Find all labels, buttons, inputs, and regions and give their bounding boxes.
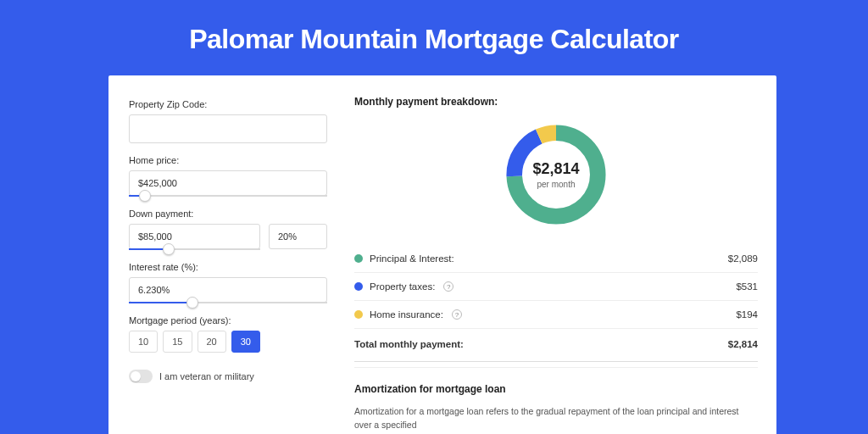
legend-row: Home insurance:?$194 xyxy=(354,301,758,329)
legend-total-label: Total monthly payment: xyxy=(354,339,464,349)
legend: Principal & Interest:$2,089Property taxe… xyxy=(354,245,758,362)
home-price-label: Home price: xyxy=(129,155,327,165)
zip-group: Property Zip Code: xyxy=(129,99,327,143)
period-option-30[interactable]: 30 xyxy=(231,331,260,353)
veteran-label: I am veteran or military xyxy=(159,371,254,381)
donut-sub: per month xyxy=(537,180,575,189)
calculator-card: Property Zip Code: Home price: Down paym… xyxy=(108,75,776,434)
veteran-toggle[interactable] xyxy=(129,370,153,383)
legend-dot xyxy=(354,310,363,319)
legend-dot xyxy=(354,282,363,291)
amortization-title: Amortization for mortgage loan xyxy=(354,383,758,395)
interest-group: Interest rate (%): xyxy=(129,262,327,303)
period-label: Mortgage period (years): xyxy=(129,315,327,326)
zip-label: Property Zip Code: xyxy=(129,99,327,109)
legend-label: Property taxes: xyxy=(370,281,435,292)
form-panel: Property Zip Code: Home price: Down paym… xyxy=(108,75,346,434)
amortization-section: Amortization for mortgage loan Amortizat… xyxy=(354,367,758,432)
legend-value: $531 xyxy=(736,281,758,292)
page-title: Palomar Mountain Mortgage Calculator xyxy=(0,0,868,75)
home-price-slider[interactable] xyxy=(129,195,327,197)
period-option-10[interactable]: 10 xyxy=(129,331,158,353)
legend-label: Home insurance: xyxy=(370,309,443,320)
donut-center: $2,814 per month xyxy=(501,120,611,230)
veteran-row: I am veteran or military xyxy=(129,370,327,383)
donut-total: $2,814 xyxy=(532,160,579,178)
period-option-20[interactable]: 20 xyxy=(198,331,226,353)
donut-chart: $2,814 per month xyxy=(354,120,758,230)
info-icon[interactable]: ? xyxy=(443,281,453,292)
period-options: 10152030 xyxy=(129,331,327,353)
interest-slider[interactable] xyxy=(129,302,327,303)
down-payment-amount-input[interactable] xyxy=(129,224,260,249)
legend-value: $2,089 xyxy=(728,253,758,264)
zip-input[interactable] xyxy=(129,114,327,143)
legend-label: Principal & Interest: xyxy=(370,253,454,264)
amortization-body: Amortization for a mortgage loan refers … xyxy=(354,405,758,432)
info-icon[interactable]: ? xyxy=(452,309,462,320)
slider-thumb[interactable] xyxy=(163,243,175,255)
legend-dot xyxy=(354,254,363,263)
period-group: Mortgage period (years): 10152030 xyxy=(129,315,327,353)
legend-row: Property taxes:?$531 xyxy=(354,273,758,301)
legend-total-value: $2,814 xyxy=(728,339,758,349)
down-payment-slider[interactable] xyxy=(129,248,260,250)
home-price-group: Home price: xyxy=(129,155,327,197)
legend-row: Principal & Interest:$2,089 xyxy=(354,245,758,273)
down-payment-group: Down payment: xyxy=(129,209,327,250)
legend-value: $194 xyxy=(736,309,758,320)
home-price-input[interactable] xyxy=(129,170,327,196)
slider-thumb[interactable] xyxy=(186,297,198,309)
legend-total-row: Total monthly payment:$2,814 xyxy=(354,329,758,362)
breakdown-panel: Monthly payment breakdown: $2,814 per mo… xyxy=(346,75,776,434)
period-option-15[interactable]: 15 xyxy=(163,331,192,353)
interest-input[interactable] xyxy=(129,277,327,303)
breakdown-title: Monthly payment breakdown: xyxy=(354,96,758,108)
down-payment-label: Down payment: xyxy=(129,209,327,219)
down-payment-percent-input[interactable] xyxy=(269,224,327,249)
interest-label: Interest rate (%): xyxy=(129,262,327,272)
slider-thumb[interactable] xyxy=(139,190,151,202)
